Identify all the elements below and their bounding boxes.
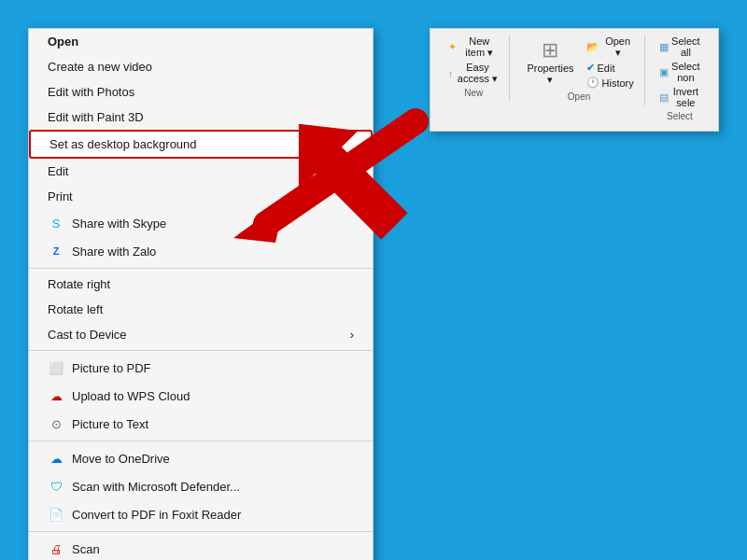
share-zalo-label: Share with Zalo [72, 245, 156, 259]
new-buttons: ✦ New item ▾ ↑ Easy access ▾ [445, 35, 501, 86]
context-menu: Open Create a new video Edit with Photos… [28, 28, 374, 560]
open-group-label: Open [568, 91, 590, 102]
defender-label: Scan with Microsoft Defender... [72, 480, 240, 494]
skype-icon: S [48, 215, 64, 231]
select-all-label: Select all [671, 35, 700, 58]
cast-label: Cast to Device [48, 328, 127, 342]
menu-item-open[interactable]: Open [29, 29, 373, 54]
menu-item-edit-photos[interactable]: Edit with Photos [29, 79, 373, 105]
picture-pdf-icon: ⬜ [48, 359, 64, 376]
separator-2 [29, 350, 373, 351]
history-icon: 🕐 [586, 77, 599, 89]
edit-icon: ✔ [586, 62, 595, 74]
menu-item-share-zalo[interactable]: Z Share with Zalo [29, 237, 373, 265]
onedrive-icon: ☁ [48, 450, 64, 467]
print-label: Print [48, 189, 73, 203]
menu-item-defender[interactable]: 🛡 Scan with Microsoft Defender... [29, 472, 373, 500]
ribbon-toolbar: ✦ New item ▾ ↑ Easy access ▾ New ⊞ Prope… [430, 29, 718, 131]
properties-label: Properties▾ [527, 63, 573, 86]
create-video-label: Create a new video [48, 60, 152, 74]
menu-item-pic-pdf[interactable]: ⬜ Picture to PDF [29, 354, 373, 382]
new-item-icon: ✦ [448, 41, 457, 53]
easy-access-label: Easy access ▾ [457, 62, 500, 85]
menu-item-foxit[interactable]: 📄 Convert to PDF in Foxit Reader [29, 500, 373, 528]
share-skype-label: Share with Skype [72, 217, 166, 231]
open-row: ⊞ Properties▾ 📂 Open ▾ ✔ Edit 🕐 Hi [521, 35, 636, 90]
menu-item-edit-paint3d[interactable]: Edit with Paint 3D [29, 105, 373, 130]
select-group-label: Select [667, 111, 693, 121]
new-item-button[interactable]: ✦ New item ▾ [445, 35, 501, 60]
separator-4 [29, 531, 373, 532]
wps-icon: ☁ [48, 387, 64, 404]
new-group-label: New [464, 88, 483, 98]
open-label: Open [48, 35, 78, 49]
ribbon-group-select: ▦ Select all ▣ Select non ▤ Invert sele … [649, 35, 711, 125]
menu-item-share-skype[interactable]: S Share with Skype [29, 209, 373, 237]
history-button[interactable]: 🕐 History [584, 76, 637, 90]
easy-access-button[interactable]: ↑ Easy access ▾ [445, 61, 501, 86]
select-none-label: Select non [671, 61, 700, 83]
history-label: History [602, 77, 634, 89]
edit-paint3d-label: Edit with Paint 3D [48, 110, 144, 124]
pic-text-label: Picture to Text [72, 417, 148, 431]
submenu-arrow-icon: › [350, 328, 354, 342]
separator-1 [29, 268, 373, 269]
menu-item-create-video[interactable]: Create a new video [29, 54, 373, 79]
edit-label: Edit [598, 63, 615, 74]
menu-item-scan[interactable]: 🖨 Scan [29, 535, 373, 560]
select-all-button[interactable]: ▦ Select all [656, 35, 703, 59]
set-desktop-label: Set as desktop background [49, 137, 197, 151]
edit-button[interactable]: ✔ Edit [584, 61, 637, 75]
ribbon-group-new: ✦ New item ▾ ↑ Easy access ▾ New [438, 35, 510, 102]
zalo-icon: Z [48, 243, 64, 259]
select-all-icon: ▦ [659, 41, 669, 53]
menu-item-print[interactable]: Print [29, 184, 373, 209]
onedrive-label: Move to OneDrive [72, 452, 170, 466]
edit-photos-label: Edit with Photos [48, 85, 134, 99]
scan-label: Scan [72, 542, 100, 556]
select-none-icon: ▣ [659, 66, 669, 78]
menu-item-edit[interactable]: Edit [29, 159, 373, 184]
menu-item-rotate-left[interactable]: Rotate left [29, 297, 373, 322]
foxit-icon: 📄 [48, 506, 64, 523]
scan-icon: 🖨 [48, 540, 64, 557]
menu-item-set-desktop[interactable]: Set as desktop background [29, 130, 373, 159]
invert-select-button[interactable]: ▤ Invert sele [656, 85, 703, 109]
open-small-buttons: 📂 Open ▾ ✔ Edit 🕐 History [584, 35, 637, 90]
open-button[interactable]: 📂 Open ▾ [584, 35, 637, 60]
menu-item-onedrive[interactable]: ☁ Move to OneDrive [29, 444, 373, 472]
picture-text-icon: ⊙ [48, 415, 64, 432]
rotate-right-label: Rotate right [48, 277, 110, 291]
pic-pdf-label: Picture to PDF [72, 361, 151, 375]
open-label: Open ▾ [602, 35, 634, 59]
upload-wps-label: Upload to WPS Cloud [72, 389, 190, 403]
new-item-label: New item ▾ [459, 35, 499, 59]
select-none-button[interactable]: ▣ Select non [656, 60, 703, 84]
invert-select-label: Invert sele [671, 86, 700, 108]
edit-label: Edit [48, 164, 68, 178]
ribbon-group-open: ⊞ Properties▾ 📂 Open ▾ ✔ Edit 🕐 Hi [514, 35, 644, 105]
separator-3 [29, 441, 373, 441]
defender-icon: 🛡 [48, 478, 64, 495]
properties-button[interactable]: ⊞ Properties▾ [521, 35, 579, 89]
rotate-left-label: Rotate left [48, 302, 103, 316]
open-icon: 📂 [586, 41, 599, 53]
properties-icon: ⊞ [542, 38, 558, 63]
foxit-label: Convert to PDF in Foxit Reader [72, 508, 241, 522]
ribbon-panel: ✦ New item ▾ ↑ Easy access ▾ New ⊞ Prope… [430, 28, 719, 132]
easy-access-icon: ↑ [448, 68, 454, 79]
menu-item-upload-wps[interactable]: ☁ Upload to WPS Cloud [29, 382, 373, 410]
menu-item-rotate-right[interactable]: Rotate right [29, 272, 373, 297]
select-buttons: ▦ Select all ▣ Select non ▤ Invert sele [656, 35, 703, 109]
invert-select-icon: ▤ [659, 91, 669, 104]
menu-item-pic-text[interactable]: ⊙ Picture to Text [29, 410, 373, 438]
menu-item-cast[interactable]: Cast to Device › [29, 322, 373, 347]
